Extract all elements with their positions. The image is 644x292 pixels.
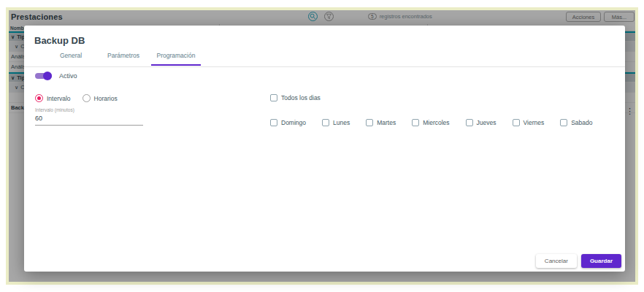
checkbox-label: Miercoles (423, 119, 449, 126)
checkbox-icon (366, 119, 373, 126)
checkbox-label: Sabado (571, 119, 592, 126)
checkbox-lunes[interactable]: Lunes (322, 119, 350, 126)
tab-programacion[interactable]: Programación (150, 52, 202, 66)
field-label: Intervalo (minutos) (35, 107, 143, 112)
backup-db-dialog: Backup DB General Parámetros Programació… (24, 26, 625, 272)
schedule-mode-radios: Intervalo Horarios (35, 94, 118, 102)
checkbox-icon (412, 119, 419, 126)
intervalo-minutos-field[interactable]: Intervalo (minutos) 60 (35, 107, 143, 126)
radio-horarios[interactable]: Horarios (83, 94, 118, 102)
activo-toggle-row: Activo (35, 72, 77, 80)
tab-parametros[interactable]: Parámetros (97, 52, 150, 66)
checkbox-sabado[interactable]: Sabado (560, 119, 592, 126)
field-value[interactable]: 60 (35, 115, 143, 126)
save-button[interactable]: Guardar (581, 254, 621, 268)
checkbox-label: Domingo (281, 119, 306, 126)
cancel-button[interactable]: Cancelar (536, 254, 577, 268)
activo-toggle-label: Activo (59, 72, 77, 80)
checkbox-icon (322, 119, 329, 126)
tab-general[interactable]: General (45, 52, 97, 66)
checkbox-jueves[interactable]: Jueves (466, 119, 497, 126)
checkbox-miercoles[interactable]: Miercoles (412, 119, 449, 126)
checkbox-icon (270, 94, 277, 101)
tab-label: General (60, 52, 82, 59)
checkbox-viernes[interactable]: Viernes (513, 119, 545, 126)
tabs-divider (24, 66, 625, 67)
checkbox-label: Jueves (477, 119, 497, 126)
checkbox-icon (466, 119, 473, 126)
checkbox-domingo[interactable]: Domingo (270, 119, 306, 126)
checkbox-icon (513, 119, 520, 126)
radio-dot (37, 96, 41, 100)
days-checkbox-row: Domingo Lunes Martes Miercoles Jueves Vi… (270, 119, 592, 126)
radio-label: Intervalo (47, 95, 71, 102)
tab-label: Programación (157, 52, 196, 59)
todos-los-dias-checkbox[interactable]: Todos los dias (270, 94, 321, 101)
checkbox-label: Todos los dias (281, 94, 321, 101)
toggle-knob (43, 72, 52, 80)
checkbox-icon (560, 119, 567, 126)
dialog-tabs: General Parámetros Programación (45, 52, 202, 66)
checkbox-label: Lunes (333, 119, 350, 126)
checkbox-icon (270, 119, 277, 126)
dialog-title: Backup DB (34, 35, 85, 46)
checkbox-label: Martes (377, 119, 396, 126)
tab-label: Parámetros (107, 52, 139, 59)
checkbox-label: Viernes (524, 119, 545, 126)
dialog-footer: Cancelar Guardar (536, 254, 621, 268)
radio-label: Horarios (94, 95, 118, 102)
activo-toggle[interactable] (35, 72, 52, 80)
radio-circle (35, 94, 43, 102)
tab-active-underline (151, 64, 201, 66)
checkbox-martes[interactable]: Martes (366, 119, 396, 126)
radio-intervalo[interactable]: Intervalo (35, 94, 71, 102)
radio-circle (83, 94, 91, 102)
radio-dot (85, 96, 88, 100)
